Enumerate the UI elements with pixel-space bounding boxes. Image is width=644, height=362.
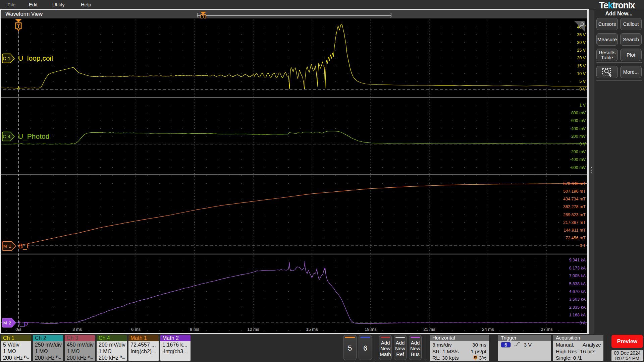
svg-text:18 ms: 18 ms: [365, 327, 377, 332]
svg-text:9 ms: 9 ms: [190, 327, 200, 332]
svg-text:800 mV: 800 mV: [571, 111, 586, 115]
svg-text:27 ms: 27 ms: [541, 327, 553, 332]
svg-text:434.734 mT: 434.734 mT: [563, 197, 586, 201]
svg-text:21 ms: 21 ms: [423, 327, 435, 332]
svg-text:217.367 mT: 217.367 mT: [563, 220, 586, 225]
svg-text:12 ms: 12 ms: [247, 327, 259, 332]
svg-text:507.190 mT: 507.190 mT: [563, 189, 586, 194]
svg-text:U_Photod: U_Photod: [18, 132, 49, 140]
svg-text:1.168 kA: 1.168 kA: [569, 313, 586, 317]
svg-text:-600 mV: -600 mV: [570, 165, 586, 170]
svg-text:200 mV: 200 mV: [571, 134, 586, 139]
svg-text:30 V: 30 V: [577, 40, 586, 45]
svg-text:15 ms: 15 ms: [306, 327, 318, 332]
svg-text:400 mV: 400 mV: [571, 126, 586, 131]
svg-text:362.278 mT: 362.278 mT: [563, 204, 586, 209]
svg-text:5.838 kA: 5.838 kA: [569, 282, 586, 286]
svg-text:I_p: I_p: [18, 319, 28, 327]
svg-text:4.670 kA: 4.670 kA: [569, 289, 586, 294]
svg-text:3 ms: 3 ms: [72, 327, 82, 332]
svg-text:579.646 mT: 579.646 mT: [563, 181, 586, 186]
svg-text:24 ms: 24 ms: [482, 327, 494, 332]
svg-text:U_loop,coil: U_loop,coil: [18, 54, 53, 62]
svg-text:0 V: 0 V: [579, 87, 586, 92]
svg-text:8.173 kA: 8.173 kA: [569, 266, 586, 270]
svg-text:M 2: M 2: [3, 320, 12, 325]
svg-text:9.341 kA: 9.341 kA: [569, 258, 586, 262]
svg-text:10 V: 10 V: [577, 71, 586, 76]
svg-text:7.005 kA: 7.005 kA: [569, 274, 586, 278]
svg-text:0 V: 0 V: [579, 142, 586, 146]
svg-text:T: T: [17, 23, 20, 29]
svg-text:0 s: 0 s: [15, 327, 21, 332]
svg-text:2.335 kA: 2.335 kA: [569, 305, 586, 310]
svg-text:T: T: [202, 15, 205, 19]
svg-text:T: T: [475, 356, 476, 359]
svg-text:72.456 mT: 72.456 mT: [566, 236, 586, 240]
svg-text:3.503 kA: 3.503 kA: [569, 297, 586, 302]
svg-text:144.911 mT: 144.911 mT: [564, 228, 586, 233]
svg-text:289.823 mT: 289.823 mT: [563, 213, 586, 217]
svg-text:1 V: 1 V: [579, 103, 586, 108]
svg-text:B_t: B_t: [18, 242, 29, 250]
svg-text:35 V: 35 V: [577, 33, 586, 37]
svg-text:M 1: M 1: [3, 244, 12, 249]
svg-text:-400 mV: -400 mV: [570, 157, 586, 162]
svg-text:C 4: C 4: [3, 134, 10, 139]
svg-text:15 V: 15 V: [577, 64, 586, 68]
svg-text:0 A: 0 A: [580, 321, 586, 325]
svg-text:C 1: C 1: [3, 56, 10, 61]
svg-text:0 T: 0 T: [580, 243, 586, 248]
svg-text:600 mV: 600 mV: [571, 118, 586, 123]
svg-text:25 V: 25 V: [577, 48, 586, 53]
svg-text:20 V: 20 V: [577, 56, 586, 60]
svg-text:6 ms: 6 ms: [131, 327, 141, 332]
svg-text:5 V: 5 V: [579, 79, 586, 84]
svg-text:-200 mV: -200 mV: [570, 149, 586, 154]
